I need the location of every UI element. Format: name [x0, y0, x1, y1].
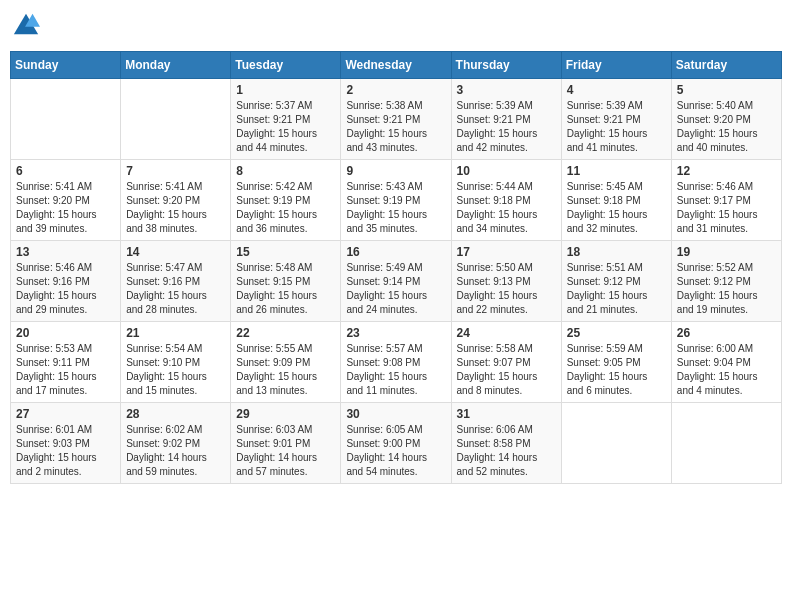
day-number: 21	[126, 326, 225, 340]
day-info: Sunrise: 5:39 AM Sunset: 9:21 PM Dayligh…	[457, 99, 556, 155]
calendar-cell: 23Sunrise: 5:57 AM Sunset: 9:08 PM Dayli…	[341, 321, 451, 402]
calendar-week-row: 20Sunrise: 5:53 AM Sunset: 9:11 PM Dayli…	[11, 321, 782, 402]
calendar-cell: 22Sunrise: 5:55 AM Sunset: 9:09 PM Dayli…	[231, 321, 341, 402]
day-info: Sunrise: 5:43 AM Sunset: 9:19 PM Dayligh…	[346, 180, 445, 236]
day-number: 10	[457, 164, 556, 178]
day-info: Sunrise: 5:46 AM Sunset: 9:17 PM Dayligh…	[677, 180, 776, 236]
day-info: Sunrise: 6:06 AM Sunset: 8:58 PM Dayligh…	[457, 423, 556, 479]
day-info: Sunrise: 5:50 AM Sunset: 9:13 PM Dayligh…	[457, 261, 556, 317]
day-number: 14	[126, 245, 225, 259]
day-number: 27	[16, 407, 115, 421]
day-number: 7	[126, 164, 225, 178]
day-number: 12	[677, 164, 776, 178]
calendar-cell: 1Sunrise: 5:37 AM Sunset: 9:21 PM Daylig…	[231, 78, 341, 159]
day-number: 16	[346, 245, 445, 259]
day-number: 30	[346, 407, 445, 421]
day-info: Sunrise: 5:46 AM Sunset: 9:16 PM Dayligh…	[16, 261, 115, 317]
day-info: Sunrise: 5:49 AM Sunset: 9:14 PM Dayligh…	[346, 261, 445, 317]
day-info: Sunrise: 5:53 AM Sunset: 9:11 PM Dayligh…	[16, 342, 115, 398]
calendar-cell: 10Sunrise: 5:44 AM Sunset: 9:18 PM Dayli…	[451, 159, 561, 240]
day-info: Sunrise: 5:39 AM Sunset: 9:21 PM Dayligh…	[567, 99, 666, 155]
calendar-cell: 15Sunrise: 5:48 AM Sunset: 9:15 PM Dayli…	[231, 240, 341, 321]
day-number: 6	[16, 164, 115, 178]
calendar-week-row: 27Sunrise: 6:01 AM Sunset: 9:03 PM Dayli…	[11, 402, 782, 483]
day-number: 22	[236, 326, 335, 340]
day-info: Sunrise: 5:55 AM Sunset: 9:09 PM Dayligh…	[236, 342, 335, 398]
day-info: Sunrise: 5:44 AM Sunset: 9:18 PM Dayligh…	[457, 180, 556, 236]
day-info: Sunrise: 5:41 AM Sunset: 9:20 PM Dayligh…	[16, 180, 115, 236]
day-number: 17	[457, 245, 556, 259]
day-number: 25	[567, 326, 666, 340]
calendar-cell	[121, 78, 231, 159]
weekday-header: Saturday	[671, 51, 781, 78]
day-info: Sunrise: 5:48 AM Sunset: 9:15 PM Dayligh…	[236, 261, 335, 317]
calendar-cell: 6Sunrise: 5:41 AM Sunset: 9:20 PM Daylig…	[11, 159, 121, 240]
day-number: 2	[346, 83, 445, 97]
day-info: Sunrise: 6:01 AM Sunset: 9:03 PM Dayligh…	[16, 423, 115, 479]
day-number: 13	[16, 245, 115, 259]
logo-icon	[12, 10, 40, 38]
day-number: 19	[677, 245, 776, 259]
day-info: Sunrise: 5:38 AM Sunset: 9:21 PM Dayligh…	[346, 99, 445, 155]
weekday-header-row: SundayMondayTuesdayWednesdayThursdayFrid…	[11, 51, 782, 78]
calendar-cell: 14Sunrise: 5:47 AM Sunset: 9:16 PM Dayli…	[121, 240, 231, 321]
day-info: Sunrise: 6:05 AM Sunset: 9:00 PM Dayligh…	[346, 423, 445, 479]
day-info: Sunrise: 5:59 AM Sunset: 9:05 PM Dayligh…	[567, 342, 666, 398]
day-info: Sunrise: 5:45 AM Sunset: 9:18 PM Dayligh…	[567, 180, 666, 236]
day-info: Sunrise: 5:47 AM Sunset: 9:16 PM Dayligh…	[126, 261, 225, 317]
calendar-cell: 21Sunrise: 5:54 AM Sunset: 9:10 PM Dayli…	[121, 321, 231, 402]
weekday-header: Sunday	[11, 51, 121, 78]
day-number: 29	[236, 407, 335, 421]
calendar-table: SundayMondayTuesdayWednesdayThursdayFrid…	[10, 51, 782, 484]
day-info: Sunrise: 5:41 AM Sunset: 9:20 PM Dayligh…	[126, 180, 225, 236]
calendar-cell: 31Sunrise: 6:06 AM Sunset: 8:58 PM Dayli…	[451, 402, 561, 483]
calendar-cell: 19Sunrise: 5:52 AM Sunset: 9:12 PM Dayli…	[671, 240, 781, 321]
day-info: Sunrise: 6:00 AM Sunset: 9:04 PM Dayligh…	[677, 342, 776, 398]
calendar-cell: 13Sunrise: 5:46 AM Sunset: 9:16 PM Dayli…	[11, 240, 121, 321]
day-number: 18	[567, 245, 666, 259]
calendar-cell: 28Sunrise: 6:02 AM Sunset: 9:02 PM Dayli…	[121, 402, 231, 483]
calendar-cell	[11, 78, 121, 159]
day-number: 26	[677, 326, 776, 340]
day-number: 3	[457, 83, 556, 97]
calendar-cell: 12Sunrise: 5:46 AM Sunset: 9:17 PM Dayli…	[671, 159, 781, 240]
calendar-week-row: 13Sunrise: 5:46 AM Sunset: 9:16 PM Dayli…	[11, 240, 782, 321]
day-number: 8	[236, 164, 335, 178]
day-number: 23	[346, 326, 445, 340]
day-info: Sunrise: 5:42 AM Sunset: 9:19 PM Dayligh…	[236, 180, 335, 236]
logo	[10, 10, 40, 43]
calendar-cell: 27Sunrise: 6:01 AM Sunset: 9:03 PM Dayli…	[11, 402, 121, 483]
calendar-cell: 9Sunrise: 5:43 AM Sunset: 9:19 PM Daylig…	[341, 159, 451, 240]
day-number: 20	[16, 326, 115, 340]
calendar-cell: 18Sunrise: 5:51 AM Sunset: 9:12 PM Dayli…	[561, 240, 671, 321]
weekday-header: Friday	[561, 51, 671, 78]
day-info: Sunrise: 5:54 AM Sunset: 9:10 PM Dayligh…	[126, 342, 225, 398]
weekday-header: Monday	[121, 51, 231, 78]
day-number: 9	[346, 164, 445, 178]
day-number: 11	[567, 164, 666, 178]
calendar-cell	[671, 402, 781, 483]
day-number: 28	[126, 407, 225, 421]
day-number: 5	[677, 83, 776, 97]
calendar-cell: 25Sunrise: 5:59 AM Sunset: 9:05 PM Dayli…	[561, 321, 671, 402]
day-info: Sunrise: 6:03 AM Sunset: 9:01 PM Dayligh…	[236, 423, 335, 479]
calendar-cell: 3Sunrise: 5:39 AM Sunset: 9:21 PM Daylig…	[451, 78, 561, 159]
calendar-cell: 7Sunrise: 5:41 AM Sunset: 9:20 PM Daylig…	[121, 159, 231, 240]
calendar-cell: 30Sunrise: 6:05 AM Sunset: 9:00 PM Dayli…	[341, 402, 451, 483]
calendar-cell: 8Sunrise: 5:42 AM Sunset: 9:19 PM Daylig…	[231, 159, 341, 240]
day-info: Sunrise: 6:02 AM Sunset: 9:02 PM Dayligh…	[126, 423, 225, 479]
calendar-cell: 26Sunrise: 6:00 AM Sunset: 9:04 PM Dayli…	[671, 321, 781, 402]
calendar-cell	[561, 402, 671, 483]
calendar-cell: 16Sunrise: 5:49 AM Sunset: 9:14 PM Dayli…	[341, 240, 451, 321]
calendar-cell: 4Sunrise: 5:39 AM Sunset: 9:21 PM Daylig…	[561, 78, 671, 159]
calendar-cell: 5Sunrise: 5:40 AM Sunset: 9:20 PM Daylig…	[671, 78, 781, 159]
day-number: 1	[236, 83, 335, 97]
calendar-week-row: 1Sunrise: 5:37 AM Sunset: 9:21 PM Daylig…	[11, 78, 782, 159]
day-info: Sunrise: 5:40 AM Sunset: 9:20 PM Dayligh…	[677, 99, 776, 155]
day-info: Sunrise: 5:58 AM Sunset: 9:07 PM Dayligh…	[457, 342, 556, 398]
calendar-cell: 29Sunrise: 6:03 AM Sunset: 9:01 PM Dayli…	[231, 402, 341, 483]
calendar-cell: 20Sunrise: 5:53 AM Sunset: 9:11 PM Dayli…	[11, 321, 121, 402]
calendar-cell: 17Sunrise: 5:50 AM Sunset: 9:13 PM Dayli…	[451, 240, 561, 321]
day-info: Sunrise: 5:51 AM Sunset: 9:12 PM Dayligh…	[567, 261, 666, 317]
day-number: 24	[457, 326, 556, 340]
